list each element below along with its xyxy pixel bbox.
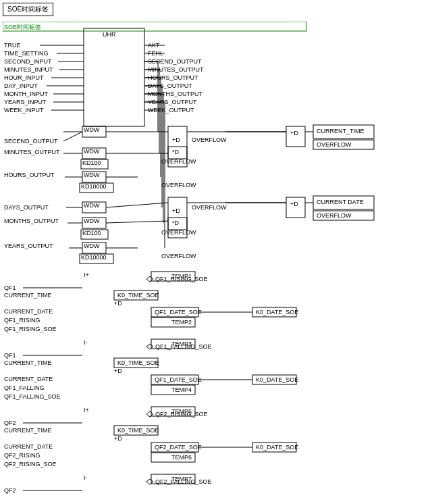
- days-output-label: DAYS_OUTPUT: [4, 204, 49, 211]
- i-minus-2-label: I-: [84, 474, 88, 481]
- k0-date-soe-1-label: K0_DATE_SOE: [256, 309, 298, 316]
- plus-d-3-label: +D: [114, 435, 122, 442]
- overflow-1-label: OVERFLOW: [192, 136, 227, 143]
- day-input-label: DAY_INPUT: [4, 82, 38, 89]
- qf1-rising-soe-out-label: QF1_RISING_SOE: [155, 276, 208, 282]
- qf1-rising-label: QF1_RISING: [4, 317, 40, 324]
- current-time-in-1-label: CURRENT_TIME: [4, 292, 52, 299]
- i-plus-1-label: I+: [84, 272, 89, 278]
- kd100-1-label: KD100: [82, 159, 101, 166]
- main-container: SOE时间标签 UHR TRUE TIME_SETTING SECOND_INP…: [0, 0, 432, 504]
- qf2-rising-soe-out-label: QF2_RISING_SOE: [155, 411, 208, 418]
- plus-d-right-time-label: +D: [290, 130, 298, 136]
- current-date-in-1-label: CURRENT_DATE: [4, 308, 53, 315]
- wdw3-label: WDW: [84, 172, 100, 178]
- current-time-in-2-label: CURRENT_TIME: [4, 359, 52, 366]
- svg-line-92: [106, 203, 168, 207]
- overflow-ct-label: OVERFLOW: [317, 141, 352, 148]
- svg-rect-0: [84, 28, 144, 126]
- months-output-label: MONTHS_OUTPUT: [4, 218, 59, 224]
- hours-output-label: HOURS_OUTPUT: [4, 172, 55, 178]
- current-time-label: CURRENT_TIME: [317, 128, 364, 134]
- temp2-label: TEMP2: [171, 319, 192, 326]
- qf2-label-2: QF2: [4, 487, 16, 494]
- overflow-6-label: OVERFLOW: [161, 253, 196, 259]
- temp6-label: TEMP6: [171, 454, 192, 461]
- kd10000-1-label: KD10000: [81, 183, 107, 190]
- true-label: TRUE: [4, 42, 21, 49]
- star-d-2-label: *D: [172, 220, 180, 226]
- wdw5-label: WDW: [84, 218, 100, 224]
- minutes-input-label: MINUTES_INPUT: [4, 66, 53, 73]
- overflow-3-label: OVERFLOW: [161, 182, 196, 188]
- qf1-rising-soe-bot-label: QF1_RISING_SOE: [4, 326, 57, 332]
- month-input-label: MONTH_INPUT: [4, 91, 49, 97]
- qf1-falling-soe-out-label: QF1_FALLING_SOE: [155, 343, 212, 350]
- current-time-in-3-label: CURRENT_TIME: [4, 427, 52, 434]
- wdw1-label: WDW: [84, 126, 100, 133]
- week-input-label: WEEK_INPUT: [4, 107, 44, 114]
- hour-input-label: HOUR_INPUT: [4, 74, 44, 81]
- plus-d-1-label: +D: [114, 300, 122, 307]
- k0-date-soe-3-label: K0_DATE_SOE: [256, 444, 298, 451]
- plus-d-right-date-label: +D: [290, 201, 298, 207]
- k0-time-soe-3-label: K0_TIME_SOE: [117, 427, 159, 434]
- plus-d-date-label: +D: [172, 207, 180, 214]
- qf2-falling-soe-out-label: QF2_FALLING_SOE: [155, 478, 212, 485]
- overflow-4-label: OVERFLOW: [192, 204, 227, 211]
- overflow-cd-label: OVERFLOW: [317, 212, 352, 219]
- plus-d-2-label: +D: [114, 368, 122, 374]
- plus-d-time-label: +D: [172, 136, 180, 143]
- qf1-label-1: QF1: [4, 284, 16, 291]
- qf1-label-2: QF1: [4, 352, 16, 359]
- qf2-date-soe-1-label: QF2_DATE_SOE: [155, 444, 202, 451]
- overflow-2-label: OVERFLOW: [161, 158, 196, 165]
- kd10000-2-label: KD10000: [81, 254, 107, 261]
- current-date-in-2-label: CURRENT_DATE: [4, 376, 53, 382]
- current-date-in-3-label: CURRENT_DATE: [4, 443, 53, 450]
- wdw2-label: WDW: [84, 148, 100, 155]
- temp4-label: TEMP4: [171, 386, 192, 393]
- k0-date-soe-2-label: K0_DATE_SOE: [256, 376, 298, 383]
- minutes-output-label: MINUTES_OUTPUT: [4, 149, 60, 155]
- qf2-rising-soe-bot-label: QF2_RISING_SOE: [4, 461, 57, 468]
- qf2-label-1: QF2: [4, 420, 16, 426]
- page-title: SOE时间标签: [3, 3, 53, 16]
- diagram-svg: UHR TRUE TIME_SETTING SECOND_INPUT MINUT…: [3, 22, 429, 504]
- kd100-2-label: KD100: [82, 230, 101, 236]
- qf1-falling-soe-bot-label: QF1_FALLING_SOE: [4, 393, 61, 400]
- k0-time-soe-2-label: K0_TIME_SOE: [117, 359, 159, 366]
- i-minus-1-label: I-: [84, 339, 88, 346]
- secend-output-label: SECEND_OUTPUT: [4, 138, 58, 145]
- k0-time-soe-1-label: K0_TIME_SOE: [117, 292, 159, 299]
- diagram-title: SOE时间标签: [4, 24, 41, 30]
- qf1-date-soe-2-label: QF1_DATE_SOE: [155, 376, 202, 383]
- overflow-5-label: OVERFLOW: [161, 229, 196, 236]
- qf1-falling-label: QF1_FALLING: [4, 384, 45, 391]
- wdw4-label: WDW: [84, 202, 100, 209]
- time-setting-label: TIME_SETTING: [4, 50, 49, 57]
- svg-line-20: [63, 132, 82, 141]
- svg-line-93: [106, 221, 168, 223]
- svg-rect-97: [3, 22, 306, 31]
- years-output-label: YEARS_OUTPUT: [4, 243, 53, 249]
- wdw6-label: WDW: [84, 243, 100, 249]
- i-plus-2-label: I+: [84, 407, 89, 413]
- star-d-1-label: *D: [172, 149, 180, 155]
- second-input-label: SECOND_INPUT: [4, 58, 52, 65]
- years-input-label: YEARS_INPUT: [4, 99, 47, 105]
- qf2-rising-label: QF2_RISING: [4, 452, 40, 459]
- qf1-date-soe-1-label: QF1_DATE_SOE: [155, 309, 202, 316]
- uhr-label: UHR: [103, 31, 116, 38]
- current-date-label: CURRENT DATE: [317, 199, 364, 205]
